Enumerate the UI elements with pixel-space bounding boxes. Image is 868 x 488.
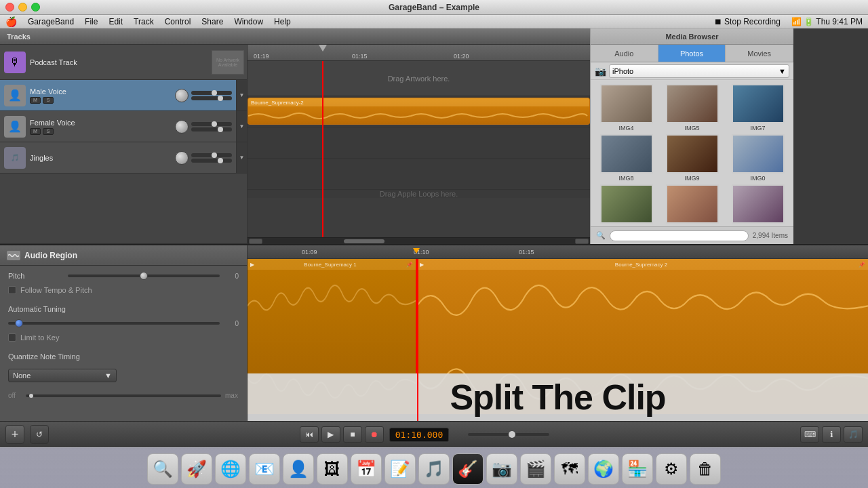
track-menu[interactable]: Track (134, 17, 154, 26)
jingles-volume-knob[interactable] (175, 151, 189, 165)
dock-itunes[interactable]: 🎵 (418, 453, 450, 485)
track-controls-col: 🎙 Podcast Track No Artwork Available 👤 M… (0, 45, 248, 244)
photos-tab[interactable]: Photos (658, 45, 726, 62)
jingles-expand-btn[interactable]: ▼ (236, 142, 247, 173)
list-item[interactable]: IMG1 (726, 184, 789, 226)
female-solo-btn[interactable]: S (43, 128, 54, 135)
list-item[interactable]: IMG4 (595, 84, 658, 131)
audio-clip-male[interactable]: Bourne_Supremacy-2 (248, 98, 590, 125)
male-voice-track-row[interactable]: 👤 Male Voice M S (0, 80, 247, 111)
list-item[interactable]: IMG9 (660, 134, 724, 182)
track-expand-btn[interactable]: ▼ (236, 80, 247, 110)
jingles-vol-fader[interactable] (191, 159, 232, 163)
close-button[interactable] (5, 3, 14, 12)
dock-photobooth[interactable]: 📷 (486, 453, 517, 485)
window-controls[interactable] (5, 3, 40, 12)
dock-system-prefs[interactable]: ⚙ (656, 453, 687, 485)
jingles-lane[interactable] (248, 159, 590, 190)
timeline-scrollbar[interactable] (248, 237, 590, 244)
auto-tuning-thumb[interactable] (15, 319, 23, 327)
volume-knob[interactable] (175, 89, 189, 102)
list-item[interactable]: IMG5 (660, 84, 724, 131)
list-item[interactable]: IMG8 (595, 134, 658, 182)
jingles-pan-fader[interactable] (191, 153, 232, 157)
scroll-right-btn[interactable] (575, 239, 589, 244)
dock-calendar[interactable]: 📅 (351, 453, 382, 485)
window-menu[interactable]: Window (234, 17, 263, 26)
pitch-slider-thumb[interactable] (140, 272, 148, 280)
share-menu[interactable]: Share (201, 17, 223, 26)
edit-menu[interactable]: Edit (108, 17, 123, 26)
dock-address[interactable]: 👤 (283, 453, 314, 485)
apple-menu[interactable]: 🍎 (5, 16, 17, 27)
female-mute-btn[interactable]: M (30, 128, 41, 135)
garageband-menu[interactable]: GarageBand (28, 17, 74, 26)
minimize-button[interactable] (18, 3, 27, 12)
record-button[interactable]: ⏺ (365, 426, 384, 443)
add-track-button[interactable]: + (5, 425, 24, 444)
podcast-track-row[interactable]: 🎙 Podcast Track No Artwork Available (0, 45, 247, 80)
region-clip-1-header: ▶ Bourne_Supremacy 1 📌 (248, 259, 416, 270)
scrollbar-thumb[interactable] (344, 239, 384, 243)
dock-safari[interactable]: 🌐 (215, 453, 246, 485)
dock-garageband[interactable]: 🎸 (452, 453, 484, 485)
range-slider[interactable] (26, 394, 221, 397)
quantize-dropdown[interactable]: None ▼ (8, 369, 117, 382)
female-voice-track-row[interactable]: 👤 Female Voice M S (0, 111, 247, 142)
file-menu[interactable]: File (85, 17, 98, 26)
loop-button[interactable]: ↺ (30, 425, 49, 444)
movies-tab[interactable]: Movies (726, 45, 793, 62)
list-item[interactable]: IMG3 (660, 184, 724, 226)
playhead-marker[interactable] (322, 45, 327, 52)
male-voice-lane[interactable]: Bourne_Supremacy-2 (248, 96, 590, 127)
help-menu[interactable]: Help (274, 17, 291, 26)
stop-recording-btn[interactable]: ⏹ Stop Recording (714, 17, 781, 26)
female-track-expand-btn[interactable]: ▼ (236, 111, 247, 142)
follow-tempo-checkbox[interactable] (8, 286, 16, 294)
dock-maps[interactable]: 🗺 (554, 453, 585, 485)
media-btn[interactable]: 🎵 (844, 426, 863, 443)
dock-network[interactable]: 🌍 (588, 453, 619, 485)
control-menu[interactable]: Control (165, 17, 191, 26)
quantize-dropdown-row: None ▼ (8, 369, 239, 382)
range-thumb (29, 394, 33, 398)
list-item[interactable]: IMG0 (726, 134, 789, 182)
solo-btn[interactable]: S (43, 97, 54, 104)
stop-button[interactable]: ■ (343, 426, 362, 443)
keyboard-btn[interactable]: ⌨ (800, 426, 819, 443)
scroll-left-btn[interactable] (249, 239, 262, 244)
play-button[interactable]: ▶ (321, 426, 340, 443)
female-vol-fader[interactable] (191, 127, 232, 131)
dock-launchpad[interactable]: 🚀 (181, 453, 212, 485)
audio-region-header: Audio Region (0, 245, 247, 266)
dock-preview[interactable]: 🖼 (317, 453, 348, 485)
limit-key-checkbox[interactable] (8, 333, 16, 342)
vol-fader[interactable] (191, 96, 232, 100)
mute-btn[interactable]: M (30, 97, 41, 104)
master-volume-slider[interactable] (468, 433, 549, 436)
rewind-button[interactable]: ⏮ (300, 426, 319, 443)
dock-notes[interactable]: 📝 (384, 453, 416, 485)
transport-bar: + ↺ ⏮ ▶ ■ ⏺ 01:10.000 ⌨ ℹ 🎵 (0, 421, 868, 447)
female-voice-lane[interactable] (248, 127, 590, 159)
list-item[interactable]: IMG7 (726, 84, 789, 131)
dock-appstore[interactable]: 🏪 (622, 453, 653, 485)
maximize-button[interactable] (31, 3, 40, 12)
auto-tuning-slider[interactable] (8, 319, 220, 328)
jingles-track-row[interactable]: 🎵 Jingles (0, 142, 247, 174)
dock-imovie[interactable]: 🎬 (520, 453, 551, 485)
media-search-input[interactable] (610, 230, 749, 241)
audio-tab[interactable]: Audio (591, 45, 658, 62)
female-pan-fader[interactable] (191, 122, 232, 126)
media-source-dropdown[interactable]: iPhoto ▼ (609, 64, 789, 78)
female-volume-knob[interactable] (175, 120, 189, 134)
ruler-time-1: 01:09 (302, 249, 317, 256)
pan-fader[interactable] (191, 91, 232, 95)
list-item[interactable]: IMG2 (595, 184, 658, 226)
ruler-mark-2: 01:15 (352, 53, 368, 60)
pitch-slider[interactable] (68, 271, 220, 281)
dock-mail[interactable]: 📧 (249, 453, 280, 485)
info-btn[interactable]: ℹ (822, 426, 841, 443)
dock-trash[interactable]: 🗑 (690, 453, 721, 485)
dock-finder[interactable]: 🔍 (147, 453, 178, 485)
